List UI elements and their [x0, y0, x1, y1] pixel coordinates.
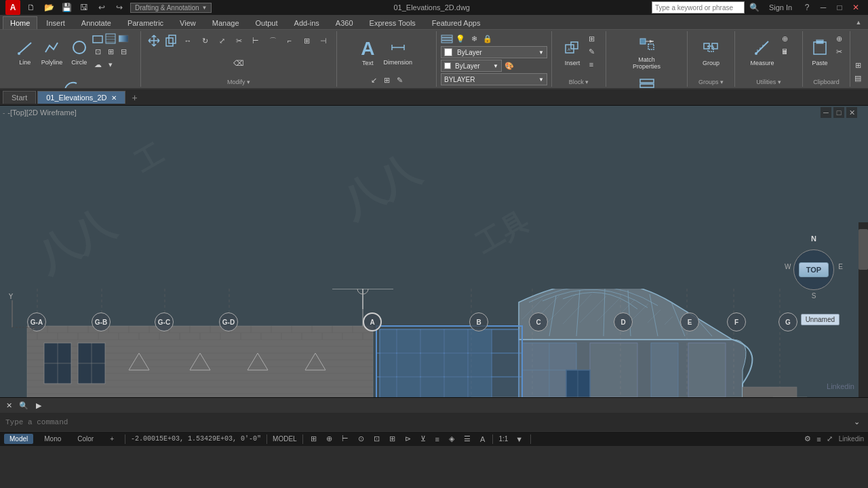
qat-saveas[interactable]: 🖫 — [77, 1, 91, 14]
qat-new[interactable]: 🗋 — [24, 1, 38, 14]
transparency-toggle[interactable]: ◈ — [447, 434, 456, 443]
hatch-tool[interactable] — [104, 33, 117, 45]
copy-tool[interactable] — [163, 33, 179, 49]
fullscreen-btn[interactable]: ⤢ — [825, 434, 835, 443]
osnap-toggle[interactable]: ⊡ — [372, 434, 382, 443]
erase-tool[interactable]: ⌫ — [231, 56, 247, 72]
scale-dropdown[interactable]: ▼ — [513, 435, 525, 443]
tab-output[interactable]: Output — [248, 16, 285, 29]
group-tool[interactable]: Group — [698, 33, 724, 73]
statusbar-color-tab[interactable]: Color — [72, 434, 99, 444]
fillet-tool[interactable]: ⌒ — [264, 33, 281, 49]
statusbar-add-tab[interactable]: + — [104, 434, 119, 444]
vertical-scrollbar[interactable] — [859, 222, 868, 397]
paste-tool[interactable]: Paste — [808, 33, 832, 73]
close-tab-btn[interactable]: ✕ — [111, 94, 117, 102]
tab-annotate[interactable]: Annotate — [74, 16, 119, 29]
color-selector[interactable]: ByLayer ▼ — [441, 60, 502, 72]
viewport-minimize-btn[interactable]: ─ — [821, 107, 831, 118]
match-color-btn[interactable]: 🎨 — [503, 60, 515, 72]
snap-toggle[interactable]: ⊕ — [324, 434, 334, 443]
doc-tab-elevations[interactable]: 01_Elevations_2D ✕ — [37, 91, 125, 104]
tab-express[interactable]: Express Tools — [362, 16, 423, 29]
dyn-toggle[interactable]: ⊻ — [418, 434, 428, 443]
id-point-tool[interactable]: ⊕ — [779, 33, 791, 45]
command-expand-btn[interactable]: ▶ — [33, 399, 45, 411]
otrack-toggle[interactable]: ⊞ — [387, 434, 397, 443]
tab-home[interactable]: Home — [3, 16, 37, 29]
scrollbar-thumb[interactable] — [859, 229, 868, 270]
view-btn[interactable]: ⊞ — [852, 59, 864, 71]
tab-view[interactable]: View — [172, 16, 203, 29]
cloud-tool[interactable]: ☁ — [92, 58, 104, 70]
table-tool[interactable]: ⊞ — [380, 74, 393, 86]
calculator-tool[interactable]: 🖩 — [779, 45, 791, 58]
viewport-close-btn[interactable]: ✕ — [846, 107, 857, 118]
sign-in-btn[interactable]: Sign In — [764, 1, 797, 14]
measure-tool[interactable]: Measure — [746, 33, 778, 73]
match-properties-tool[interactable]: MatchProperties — [629, 33, 665, 73]
ws-btn[interactable]: ⚙ — [802, 434, 813, 443]
command-search-btn[interactable]: 🔍 — [18, 399, 30, 411]
doc-tab-start[interactable]: Start — [3, 91, 36, 104]
close-btn[interactable]: ✕ — [849, 1, 863, 14]
trim-tool[interactable]: ✂ — [231, 33, 247, 49]
move-tool[interactable] — [146, 33, 162, 49]
command-close-btn[interactable]: ✕ — [3, 399, 15, 411]
grid-toggle[interactable]: ⊞ — [309, 434, 319, 443]
rectangle-tool[interactable] — [92, 33, 104, 45]
help-btn[interactable]: ? — [800, 1, 814, 14]
boundary-tool[interactable]: ⊡ — [92, 45, 104, 58]
edit-block[interactable]: ✎ — [585, 45, 597, 58]
chamfer-tool[interactable]: ⌐ — [281, 33, 298, 49]
insert-block-tool[interactable]: A Insert — [560, 33, 585, 73]
compass-top-button[interactable]: TOP — [799, 262, 829, 277]
wipeout-tool[interactable]: ⊟ — [117, 45, 130, 58]
tab-featured[interactable]: Featured Apps — [425, 16, 488, 29]
layer-properties-manager[interactable]: LayerProperties — [629, 74, 665, 89]
layer-properties-tool[interactable] — [441, 33, 453, 45]
lw-toggle[interactable]: ≡ — [433, 435, 441, 443]
statusbar-model-tab[interactable]: Model — [4, 434, 33, 444]
polyline-tool[interactable]: Polyline — [37, 33, 67, 73]
anno-toggle[interactable]: A — [478, 435, 487, 443]
layer-on[interactable]: 💡 — [454, 33, 467, 45]
polar-toggle[interactable]: ⊙ — [356, 434, 366, 443]
search-btn[interactable]: 🔍 — [747, 1, 761, 14]
command-input[interactable] — [5, 418, 850, 426]
define-attrs[interactable]: ≡ — [585, 58, 597, 70]
linetype-selector[interactable]: BYLAYER ▼ — [441, 73, 547, 85]
tab-parametric[interactable]: Parametric — [120, 16, 171, 29]
mirror-tool[interactable]: ⊣ — [315, 33, 332, 49]
tab-manage[interactable]: Manage — [205, 16, 247, 29]
statusbar-mono-tab[interactable]: Mono — [39, 434, 66, 444]
arc-tool[interactable]: Arc — [60, 74, 83, 89]
layer-freeze[interactable]: ❄ — [468, 33, 480, 45]
props-btn[interactable]: ≡ — [814, 435, 823, 443]
dimension-tool[interactable]: Dimension — [379, 33, 416, 73]
markup-tool[interactable]: ✎ — [393, 74, 406, 86]
tab-addins[interactable]: Add-ins — [287, 16, 327, 29]
restore-btn[interactable]: □ — [833, 1, 846, 14]
gradient-tool[interactable] — [117, 33, 130, 45]
extend-tool[interactable]: ⊢ — [248, 33, 264, 49]
copy-clip-tool[interactable]: ⊕ — [833, 33, 845, 45]
text-tool[interactable]: A Text — [357, 33, 378, 73]
command-scroll-end[interactable]: ⌄ — [850, 416, 863, 428]
create-block[interactable]: ⊞ — [585, 33, 597, 45]
keyword-search[interactable] — [652, 1, 745, 14]
region-tool[interactable]: ⊞ — [104, 45, 117, 58]
linkedin-link[interactable]: Linkedin — [839, 435, 864, 443]
scale-tool[interactable]: ⤢ — [214, 33, 230, 49]
new-tab-btn[interactable]: + — [127, 90, 143, 105]
layer-lock[interactable]: 🔒 — [481, 33, 494, 45]
ortho-toggle[interactable]: ⊢ — [340, 434, 351, 443]
ribbon-toggle[interactable]: ▲ — [852, 16, 865, 29]
tab-insert[interactable]: Insert — [39, 16, 73, 29]
layer-selector[interactable]: ByLayer ▼ — [441, 46, 547, 58]
leader-tool[interactable]: ↙ — [368, 74, 380, 86]
ducs-toggle[interactable]: ⊳ — [403, 434, 413, 443]
more-draw[interactable]: ▾ — [104, 58, 117, 70]
compass-circle[interactable]: TOP — [793, 249, 834, 290]
workspace-selector[interactable]: Drafting & Annotation ▼ — [130, 3, 212, 13]
